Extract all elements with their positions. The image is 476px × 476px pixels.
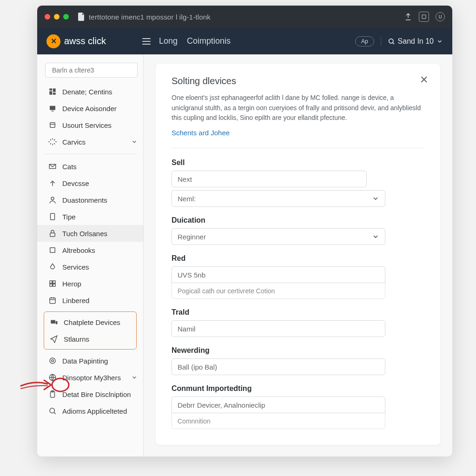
sidebar-item-herop[interactable]: Herop [37,275,143,292]
user-label: Sand In 10 [398,37,434,46]
menu-icon[interactable] [142,38,151,45]
sidebar-item-duaston[interactable]: Duastonments [37,192,143,208]
user-icon [48,196,57,204]
conmunt-sub-input[interactable]: Comnnition [172,413,385,429]
sidebar-item-label: Tipe [62,213,76,221]
sidebar-item-adioms[interactable]: Adioms Applicelteted [37,403,143,419]
svg-rect-0 [422,15,426,19]
sidebar-item-label: Device Aoisonder [62,105,117,112]
minimize-dot[interactable] [54,14,60,20]
svg-rect-14 [50,281,52,283]
sidebar-search-input[interactable] [52,66,133,74]
svg-point-26 [50,408,55,413]
card-description: One eloent's jsst ephanageerfof aclith l… [172,93,424,123]
svg-rect-3 [49,88,52,91]
sidebar-item-label: Services [62,263,89,271]
learn-more-link[interactable]: Schents ard Johee [172,129,230,137]
field-label: Duication [172,216,424,225]
field-duication: Duication Reginner [172,216,424,245]
svg-point-10 [51,197,54,200]
titlebar: terttotone imenc1 mpossor l ilg-1-tlonk … [37,6,452,28]
svg-rect-7 [50,106,55,110]
sidebar-item-linbered[interactable]: Linbered [37,292,143,309]
sidebar-item-cats[interactable]: Cats [37,158,143,175]
sidebar-item-label: Stlaurns [64,335,89,343]
svg-rect-20 [56,321,58,324]
brand-logo-icon: ✕ [46,34,60,48]
field-conmunt: Conmunt Importedting Debrr Devicer, Anal… [172,384,424,429]
sidebar-item-label: Denate; Centins [62,88,112,96]
file-icon [78,13,85,21]
devices-icon [50,318,58,326]
conmunt-input[interactable]: Debrr Devicer, Analnonieclip [172,397,385,413]
header-pill[interactable]: Ap [355,36,374,46]
device-icon [48,104,57,112]
svg-rect-6 [53,93,56,95]
sidebar-search[interactable] [45,63,138,78]
browser-url[interactable]: terttotone imenc1 mpossor l ilg-1-tlonk [89,13,211,21]
close-dot[interactable] [45,14,50,20]
sidebar-item-label: Data Papinting [62,357,108,365]
sidebar-item-label: Usourt Services [62,121,112,129]
sidebar-item-tipe[interactable]: Tipe [37,208,143,225]
sidebar-item-label: Carvics [62,138,86,146]
sidebar-item-label: Linbered [62,297,89,304]
field-label: Sell [172,159,424,167]
target-icon [48,357,57,365]
sidebar-item-data-painting[interactable]: Data Papinting [37,352,143,369]
upload-icon[interactable] [404,13,412,21]
svg-rect-18 [50,298,55,304]
main-content: ✕ Solting dlevices One eloent's jsst eph… [144,54,452,456]
chevron-down-icon [372,195,379,202]
card-title: Solting dlevices [172,76,424,86]
sell-select[interactable]: Neml: [172,190,385,207]
field-trald: Trald Namil [172,308,424,337]
square-icon [48,246,57,254]
close-icon[interactable]: ✕ [420,74,428,86]
field-sell: Sell Next Neml: [172,159,424,207]
sidebar-item-label: Duastonments [62,196,107,204]
settings-card: ✕ Solting dlevices One eloent's jsst eph… [156,64,440,445]
arrow-icon [19,376,88,399]
brand-name: awss click [64,36,106,46]
panel-icon[interactable] [419,12,429,22]
duication-select[interactable]: Reginner [172,228,385,245]
trald-input[interactable]: Namil [172,320,385,337]
svg-point-22 [52,360,54,362]
sidebar-item-stlaurns[interactable]: Stlaurns [44,331,136,347]
chevron-down-icon [131,374,138,381]
red-sub-input[interactable]: Pogicall cath our certivrete Cotion [172,283,385,299]
red-input[interactable]: UVS 5nb [172,266,385,283]
svg-rect-16 [50,284,52,286]
nav-long[interactable]: Long [159,36,178,46]
sidebar-item-device[interactable]: Device Aoisonder [37,100,143,117]
maximize-dot[interactable] [63,14,69,20]
tab-count[interactable]: U [436,12,445,21]
svg-rect-4 [53,88,56,92]
sidebar-item-usourt[interactable]: Usourt Services [37,117,143,133]
sidebar-item-chatplete[interactable]: Chatplete Devices [44,314,136,331]
sidebar-item-altre[interactable]: Altrebooks [37,242,143,258]
sidebar-item-denate[interactable]: Denate; Centins [37,83,143,100]
user-menu[interactable]: Sand In 10 [388,37,443,46]
svg-point-21 [50,358,55,364]
sidebar-item-carvics[interactable]: Carvics [37,133,143,150]
sidebar-item-label: Tuch Orlsanes [62,230,107,238]
field-label: Conmunt Importedting [172,384,424,393]
field-red: Red UVS 5nb Pogicall cath our certivrete… [172,254,424,299]
newerding-input[interactable]: Ball (ipo Bal) [172,358,385,375]
svg-rect-15 [53,281,55,283]
app-header: ✕ awss click Long Coimptionis Ap Sand In… [37,28,452,54]
sell-input[interactable]: Next [172,171,367,187]
spark-icon [48,138,57,146]
sidebar-item-tuch[interactable]: Tuch Orlsanes [37,225,143,242]
sidebar-item-label: Devcsse [62,179,89,187]
sidebar-item-devcsse[interactable]: Devcsse [37,175,143,192]
svg-rect-9 [50,123,55,128]
sidebar-item-services[interactable]: Services [37,258,143,275]
brand[interactable]: ✕ awss click [46,34,106,48]
dashboard-icon [48,87,57,96]
nav-comptions[interactable]: Coimptionis [187,36,231,46]
field-label: Newerding [172,346,424,355]
window-controls[interactable] [45,14,69,20]
